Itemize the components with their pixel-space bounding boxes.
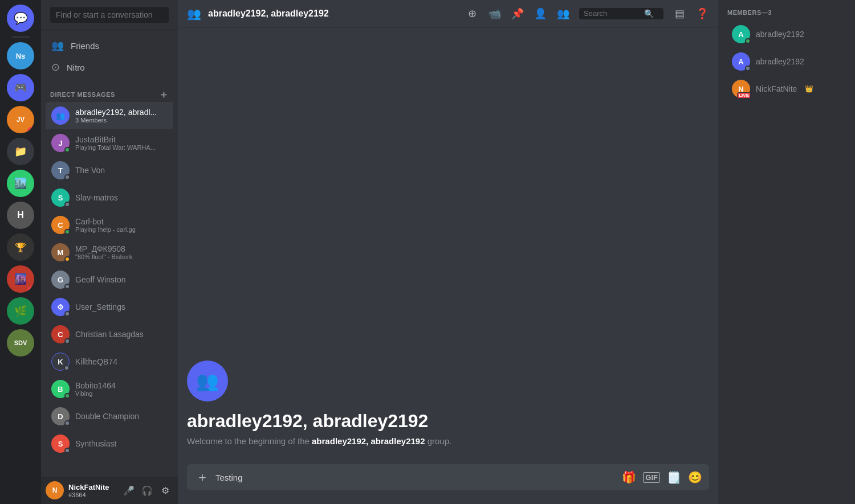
discord-home-button[interactable]: 💬	[7, 5, 34, 32]
dm-status-mp-user: "80% floof" - Bisbork	[75, 253, 168, 260]
dm-name-double-champion: Double Champion	[75, 412, 168, 421]
member-status-indicator	[745, 65, 751, 71]
members-list-button[interactable]: 👥	[556, 7, 570, 21]
dm-info-bobito1464: Bobito1464 Vibing	[75, 381, 168, 397]
user-panel-controls: 🎤 🎧 ⚙	[121, 482, 173, 498]
sidebar-item-nitro[interactable]: ⊙ Nitro	[46, 56, 173, 78]
sidebar-item-game1[interactable]: 🏙️	[7, 170, 34, 197]
dm-add-button[interactable]: ＋	[158, 89, 169, 100]
status-indicator	[64, 338, 70, 344]
sidebar-item-h-server[interactable]: H	[7, 202, 34, 229]
dm-info-synthusiast: Synthusiast	[75, 439, 168, 448]
notification-badge: 1	[27, 127, 34, 133]
dm-item-carl-bot[interactable]: C Carl-bot Playing !help - carl.gg	[46, 211, 173, 239]
attach-button[interactable]: ＋	[194, 464, 211, 490]
member-item-abradley1[interactable]: A abradley2192	[723, 21, 850, 48]
inbox-button[interactable]: ▤	[673, 7, 686, 21]
sidebar-item-ns-server[interactable]: Ns	[7, 42, 34, 69]
main-chat-area: 👥 abradley2192, abradley2192 ⊕ 📹 📌 👤 👥 🔍…	[178, 0, 718, 504]
dm-item-synthusiast[interactable]: S Synthusiast	[46, 430, 173, 457]
dm-avatar-double-champion: D	[51, 407, 70, 425]
dm-info-mp-user: МР_ДФК9508 "80% floof" - Bisbork	[75, 244, 168, 260]
dm-sidebar: 👥 Friends ⊙ Nitro DIRECT MESSAGES ＋ 👥 ab…	[41, 0, 178, 504]
dm-status-carl-bot: Playing !help - carl.gg	[75, 226, 168, 233]
dm-status-justabitbrit: Playing Total War: WARHA...	[75, 144, 168, 151]
status-indicator	[64, 202, 70, 207]
dm-name-christian: Christian Lasagdas	[75, 330, 168, 339]
sidebar-item-friends[interactable]: 👥 Friends	[46, 35, 173, 56]
emoji-button[interactable]: 😊	[688, 470, 702, 484]
dm-item-geoff-winston[interactable]: G Geoff Winston	[46, 266, 173, 293]
welcome-avatar: 👥	[187, 360, 228, 401]
sidebar-item-jv-server[interactable]: JV 1	[7, 106, 34, 133]
members-header: MEMBERS—3	[718, 9, 855, 21]
status-indicator	[64, 311, 70, 317]
dm-name-carl-bot: Carl-bot	[75, 217, 168, 226]
dm-search-input[interactable]	[50, 7, 169, 23]
user-settings-button[interactable]: ⚙	[157, 482, 173, 498]
chat-messages[interactable]: 👥 abradley2192, abradley2192 Welcome to …	[178, 27, 718, 464]
video-call-button[interactable]: 📹	[488, 7, 502, 21]
welcome-text-suffix: group.	[425, 436, 452, 446]
friends-label: Friends	[71, 41, 99, 51]
sidebar-item-folder[interactable]: 📁	[7, 138, 34, 165]
dm-name-group: abradley2192, abradl...	[75, 108, 168, 117]
dm-name-bobito1464: Bobito1464	[75, 381, 168, 390]
dm-avatar-group: 👥	[51, 106, 70, 125]
gif-button[interactable]: GIF	[643, 472, 660, 483]
sidebar-item-purple-server[interactable]: 🎮	[7, 74, 34, 101]
dm-info-geoff-winston: Geoff Winston	[75, 275, 168, 284]
chat-input-actions: 🎁 GIF 🗒️ 😊	[622, 470, 702, 484]
dm-item-mp-user[interactable]: М МР_ДФК9508 "80% floof" - Bisbork	[46, 239, 173, 266]
dm-info-carl-bot: Carl-bot Playing !help - carl.gg	[75, 217, 168, 233]
status-indicator	[64, 174, 70, 180]
dm-item-the-von[interactable]: T The Von	[46, 157, 173, 184]
header-search-input[interactable]	[584, 9, 641, 18]
dm-item-bobito1464[interactable]: B Bobito1464 Vibing	[46, 375, 173, 403]
dm-avatar-christian: C	[51, 325, 70, 343]
welcome-text: Welcome to the beginning of the abradley…	[187, 436, 709, 446]
user-panel-tag: #3664	[68, 491, 116, 498]
dm-name-killtheqb74: KilltheQB74	[75, 357, 168, 366]
member-avatar-nickfatnite: N LIVE	[732, 80, 750, 98]
dm-avatar-the-von: T	[51, 161, 70, 179]
sidebar-item-city[interactable]: 🌆 1	[7, 265, 34, 293]
help-button[interactable]: ❓	[695, 7, 709, 21]
dm-item-double-champion[interactable]: D Double Champion	[46, 403, 173, 430]
sticker-button[interactable]: 🗒️	[667, 470, 681, 484]
dm-item-christian[interactable]: C Christian Lasagdas	[46, 321, 173, 348]
dm-item-slav-matros[interactable]: S Slav-matros	[46, 184, 173, 211]
status-indicator	[64, 284, 70, 289]
user-panel-info: NickFatNite #3664	[68, 483, 116, 498]
mute-button[interactable]: 🎤	[121, 482, 137, 498]
member-item-nickfatnite[interactable]: N LIVE NickFatNite 👑	[723, 75, 850, 103]
dm-item-group-abradley[interactable]: 👥 abradley2192, abradl... 3 Members	[46, 102, 173, 129]
chat-message-input[interactable]	[215, 466, 617, 489]
sidebar-item-tournament[interactable]: 🏆	[7, 233, 34, 261]
gift-button[interactable]: 🎁	[622, 470, 636, 484]
dm-item-user-settings[interactable]: ⚙ User_Settings	[46, 293, 173, 321]
dm-avatar-user-settings: ⚙	[51, 298, 70, 316]
dm-item-justabitbrit[interactable]: J JustaBitBrit Playing Total War: WARHA.…	[46, 129, 173, 157]
members-sidebar: MEMBERS—3 A abradley2192 A abradley2192 …	[718, 0, 855, 504]
nitro-boost-button[interactable]: ⊕	[465, 7, 479, 21]
dm-info-killtheqb74: KilltheQB74	[75, 357, 168, 366]
user-panel: N NickFatNite #3664 🎤 🎧 ⚙	[41, 477, 178, 504]
chat-input-box: ＋ 🎁 GIF 🗒️ 😊	[187, 464, 709, 490]
sidebar-item-sdv[interactable]: SDV	[7, 329, 34, 357]
member-item-abradley2[interactable]: A abradley2192	[723, 48, 850, 75]
member-name-abradley2: abradley2192	[756, 57, 804, 66]
dm-item-killtheqb74[interactable]: K KilltheQB74	[46, 348, 173, 375]
welcome-title: abradley2192, abradley2192	[187, 411, 709, 432]
member-name-nickfatnite: NickFatNite	[756, 84, 797, 93]
add-member-button[interactable]: 👤	[534, 7, 547, 21]
dm-info-christian: Christian Lasagdas	[75, 330, 168, 339]
pin-button[interactable]: 📌	[511, 7, 524, 21]
sidebar-item-game2[interactable]: 🌿	[7, 297, 34, 325]
deafen-button[interactable]: 🎧	[139, 482, 155, 498]
dm-info-user-settings: User_Settings	[75, 302, 168, 312]
dm-info-double-champion: Double Champion	[75, 412, 168, 421]
status-indicator	[64, 365, 70, 371]
dm-info-slav-matros: Slav-matros	[75, 193, 168, 202]
member-status-indicator	[745, 38, 751, 44]
